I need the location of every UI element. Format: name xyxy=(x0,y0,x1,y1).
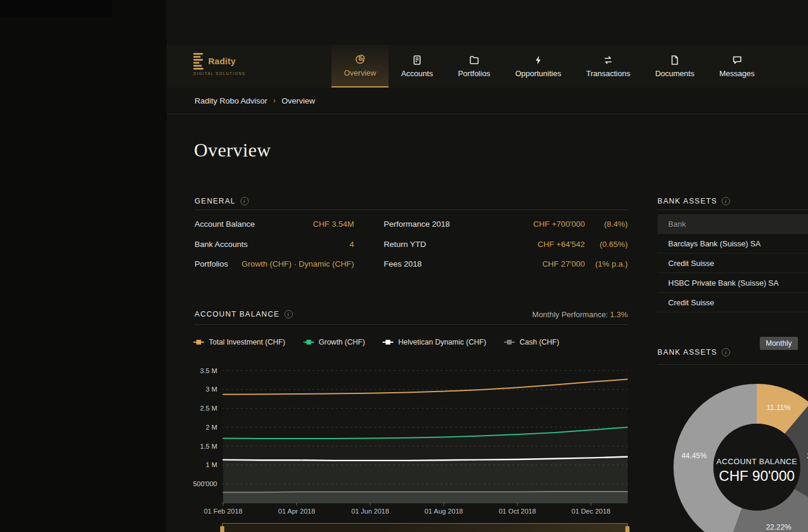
folder-icon xyxy=(469,55,480,65)
stat-label: Fees 2018 xyxy=(384,259,422,268)
nav-item-label: Transactions xyxy=(586,69,630,78)
nav-item-label: Accounts xyxy=(401,69,433,78)
brand-logo[interactable]: Radity DIGITAL SOLUTIONS xyxy=(193,53,246,76)
donut-center-label: ACCOUNT BALANCE xyxy=(716,457,797,466)
legend-marker-icon xyxy=(303,342,314,343)
monthly-performance-label: Monthly Performance: xyxy=(533,310,608,319)
bank-assets-section-title: BANK ASSETS i xyxy=(657,197,730,205)
y-axis-tick-label: 3 M xyxy=(206,386,217,393)
stat-label: Account Balance xyxy=(195,220,255,229)
monthly-performance: Monthly Performance: 1.3% xyxy=(195,310,628,319)
bank-list-row[interactable]: Credit Suisse xyxy=(657,293,808,312)
time-range-brush[interactable] xyxy=(222,523,628,532)
y-axis-tick-label: 2.5 M xyxy=(200,405,217,412)
stat-value: CHF 27'000 xyxy=(542,259,585,268)
stat-value: Growth (CHF) · Dynamic (CHF) xyxy=(242,259,354,268)
y-axis-tick-label: 1.5 M xyxy=(200,443,217,450)
lightning-icon xyxy=(533,55,544,65)
breadcrumb-current: Overview xyxy=(281,96,315,105)
info-icon[interactable]: i xyxy=(722,197,730,205)
info-icon[interactable]: i xyxy=(240,197,249,205)
stat-extra-value: (1% p.a.) xyxy=(585,259,628,268)
pie-chart-icon xyxy=(355,54,365,65)
x-axis-tick-label: 01 Oct 2018 xyxy=(499,508,536,515)
receipt-icon xyxy=(412,55,422,65)
account-balance-line-chart: 3.5 M3 M2.5 M2 M1.5 M1 M500'00001 Feb 20… xyxy=(190,362,628,515)
top-left-dark-region xyxy=(0,0,112,17)
divider xyxy=(195,324,628,325)
chat-bubble-icon xyxy=(732,55,743,65)
general-title-text: GENERAL xyxy=(195,197,236,205)
bank-assets-donut-title-text: BANK ASSETS xyxy=(657,348,717,356)
legend-marker-icon xyxy=(383,342,393,343)
donut-slice-label: 11.11% xyxy=(766,403,791,412)
bank-assets-title-text: BANK ASSETS xyxy=(657,197,717,205)
nav-item-transactions[interactable]: Transactions xyxy=(574,45,643,87)
monthly-performance-value: 1.3% xyxy=(610,310,628,319)
legend-item[interactable]: Growth (CHF) xyxy=(303,338,365,346)
x-axis-tick-label: 01 Apr 2018 xyxy=(278,508,315,515)
bank-list-row[interactable]: Barclays Bank (Suisse) SA xyxy=(657,234,808,254)
breadcrumb-root[interactable]: Radity Robo Advisor xyxy=(195,96,267,105)
legend-item[interactable]: Cash (CHF) xyxy=(504,338,559,346)
bank-assets-donut-section-title: BANK ASSETS i xyxy=(657,348,730,356)
legend-item[interactable]: Total Investment (CHF) xyxy=(193,338,286,346)
stat-row: Fees 2018CHF 27'000(1% p.a.) xyxy=(384,254,628,274)
legend-label: Total Investment (CHF) xyxy=(209,338,286,346)
stat-value: CHF 3.54M xyxy=(313,220,354,229)
nav-item-label: Overview xyxy=(344,68,376,77)
donut-slice-label: 44.45% xyxy=(681,452,706,460)
divider xyxy=(657,364,808,365)
legend-marker-icon xyxy=(193,342,204,343)
bank-list-header-row[interactable]: Bank xyxy=(657,214,808,234)
info-icon[interactable]: i xyxy=(722,348,730,356)
general-section-title: GENERAL i xyxy=(195,197,249,205)
nav-item-label: Portfolios xyxy=(458,69,490,78)
bank-list-row[interactable]: HSBC Private Bank (Suisse) SA xyxy=(657,273,808,293)
nav-item-documents[interactable]: Documents xyxy=(643,45,707,87)
brush-handle-left[interactable] xyxy=(220,526,224,532)
stat-extra-value: (8.4%) xyxy=(585,220,628,229)
y-axis-tick-label: 1 M xyxy=(206,461,217,468)
stat-row: PortfoliosGrowth (CHF) · Dynamic (CHF) xyxy=(195,254,354,274)
legend-label: Growth (CHF) xyxy=(319,338,365,346)
stat-value: 4 xyxy=(349,240,354,249)
main-nav: OverviewAccountsPortfoliosOpportunitiesT… xyxy=(331,45,767,87)
legend-marker-icon xyxy=(504,342,515,343)
x-axis-tick-label: 01 Aug 2018 xyxy=(425,508,463,515)
stat-label: Bank Accounts xyxy=(195,240,248,249)
page-title: Overview xyxy=(194,139,271,161)
donut-center xyxy=(713,424,800,511)
nav-item-opportunities[interactable]: Opportunities xyxy=(503,45,574,87)
x-axis-tick-label: 01 Feb 2018 xyxy=(204,508,243,515)
radity-logo-icon xyxy=(193,53,203,70)
stat-row: Performance 2018CHF +700'000(8.4%) xyxy=(384,214,628,234)
breadcrumb: Radity Robo Advisor › Overview xyxy=(167,87,808,114)
y-axis-tick-label: 3.5 M xyxy=(200,367,217,374)
breadcrumb-separator-icon: › xyxy=(273,96,275,105)
nav-item-accounts[interactable]: Accounts xyxy=(389,45,445,87)
legend-label: Helvetican Dynamic (CHF) xyxy=(398,338,486,346)
brush-handle-right[interactable] xyxy=(625,526,630,532)
general-stats-right: Performance 2018CHF +700'000(8.4%)Return… xyxy=(384,214,628,274)
bank-list-row[interactable]: Credit Suisse xyxy=(657,254,808,273)
legend-item[interactable]: Helvetican Dynamic (CHF) xyxy=(383,338,486,346)
stat-value: CHF +700'000 xyxy=(533,220,585,229)
divider xyxy=(657,209,808,210)
chart-legend: Total Investment (CHF)Growth (CHF)Helvet… xyxy=(193,338,574,346)
swap-arrows-icon xyxy=(603,55,613,65)
y-axis-tick-label: 2 M xyxy=(206,424,217,431)
nav-item-portfolios[interactable]: Portfolios xyxy=(446,45,503,87)
bank-assets-list: Bank Barclays Bank (Suisse) SACredit Sui… xyxy=(657,214,808,312)
nav-item-overview[interactable]: Overview xyxy=(331,45,389,87)
x-axis-tick-label: 01 Dec 2018 xyxy=(572,508,610,515)
general-stats-left: Account BalanceCHF 3.54MBank Accounts4Po… xyxy=(195,214,354,274)
stat-label: Performance 2018 xyxy=(384,220,450,229)
nav-item-messages[interactable]: Messages xyxy=(707,45,767,87)
series-area-4 xyxy=(223,492,628,503)
donut-center-value: CHF 90'000 xyxy=(719,468,794,484)
top-nav-bar: Radity DIGITAL SOLUTIONS OverviewAccount… xyxy=(167,45,808,87)
donut-slice-label: 22.22% xyxy=(766,523,791,531)
range-monthly-button[interactable]: Monthly xyxy=(760,337,798,350)
legend-label: Cash (CHF) xyxy=(519,338,559,346)
